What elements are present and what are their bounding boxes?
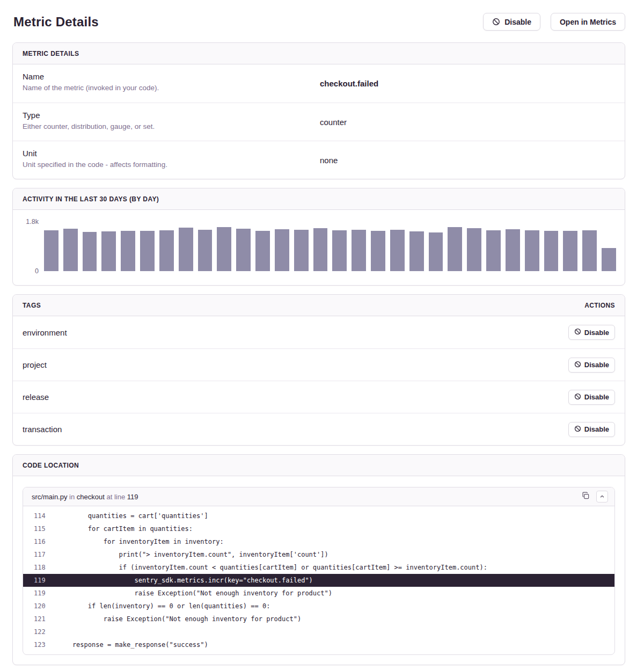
- code-line: 119 sentry_sdk.metrics.incr(key="checkou…: [23, 574, 614, 587]
- open-in-metrics-label: Open in Metrics: [560, 18, 616, 26]
- chart-y-axis: 1.8k 0: [13, 222, 44, 271]
- code-frame: src/main.py in checkout at line 119: [23, 487, 615, 655]
- code-line: 117 print("> inventoryItem.count", inven…: [23, 548, 614, 561]
- tag-name: environment: [23, 328, 67, 337]
- detail-description: Either counter, distribution, gauge, or …: [23, 122, 309, 130]
- disable-button-label: Disable: [504, 18, 531, 26]
- tag-row: transaction Disable: [13, 413, 625, 445]
- code-line-source: if len(inventory) == 0 or len(quantities…: [57, 602, 270, 610]
- disable-tag-label: Disable: [584, 329, 609, 337]
- activity-bar: [217, 227, 231, 271]
- code-line: 122: [23, 625, 614, 638]
- detail-label: Type: [23, 111, 309, 120]
- activity-bar: [506, 229, 520, 271]
- code-line: 119 raise Exception("Not enough inventor…: [23, 587, 614, 600]
- activity-bar: [525, 230, 539, 271]
- code-line-gutter-number: 115: [23, 525, 57, 533]
- tags-panel-title: TAGS: [23, 302, 41, 309]
- activity-bar: [179, 228, 193, 271]
- code-line-source: sentry_sdk.metrics.incr(key="checkout.fa…: [57, 577, 313, 584]
- activity-bar: [602, 248, 616, 271]
- activity-bar: [159, 230, 174, 271]
- activity-bar: [83, 232, 97, 271]
- code-line-source: for cartItem in quantities:: [57, 525, 193, 533]
- code-path: src/main.py in checkout at line 119: [32, 493, 138, 501]
- activity-panel: ACTIVITY IN THE LAST 30 DAYS (BY DAY) 1.…: [12, 188, 625, 286]
- disable-tag-label: Disable: [584, 393, 609, 401]
- activity-bar: [429, 232, 443, 271]
- code-line-gutter-number: 118: [23, 564, 57, 571]
- tag-name: release: [23, 392, 49, 402]
- open-in-metrics-button[interactable]: Open in Metrics: [551, 13, 625, 31]
- activity-bar: [255, 231, 270, 271]
- metric-detail-row: Type Either counter, distribution, gauge…: [13, 103, 625, 141]
- code-line-source: print("> inventoryItem.count", inventory…: [57, 551, 328, 558]
- code-line-source: quantities = cart['quantities']: [57, 512, 208, 520]
- y-axis-max-label: 1.8k: [26, 218, 39, 225]
- copy-code-button[interactable]: [579, 490, 592, 503]
- tags-panel: TAGS ACTIONS environment Disable: [12, 294, 625, 446]
- code-line-source: for inventoryItem in inventory:: [57, 538, 224, 545]
- activity-bar: [544, 231, 559, 271]
- tag-name: transaction: [23, 425, 62, 434]
- activity-bar: [486, 230, 501, 271]
- tag-row: release Disable: [13, 381, 625, 413]
- ban-icon: [574, 361, 581, 369]
- ban-icon: [574, 425, 581, 434]
- code-line: 114 quantities = cart['quantities']: [23, 509, 614, 522]
- code-line: 118 if (inventoryItem.count < quantities…: [23, 561, 614, 574]
- activity-bar: [236, 229, 251, 271]
- code-line: 115 for cartItem in quantities:: [23, 522, 614, 535]
- collapse-code-button[interactable]: [596, 491, 608, 502]
- detail-description: Unit specified in the code - affects for…: [23, 161, 309, 169]
- disable-tag-button[interactable]: Disable: [568, 390, 615, 405]
- disable-metric-button[interactable]: Disable: [483, 13, 540, 31]
- activity-bar: [44, 230, 58, 271]
- metric-detail-row: Unit Unit specified in the code - affect…: [13, 141, 625, 179]
- detail-value: checkout.failed: [320, 79, 378, 88]
- code-line-gutter-number: 123: [23, 641, 57, 649]
- disable-tag-button[interactable]: Disable: [568, 325, 615, 340]
- code-location-panel: CODE LOCATION src/main.py in checkout at…: [12, 454, 625, 665]
- code-frame-header: src/main.py in checkout at line 119: [23, 487, 614, 506]
- activity-bar: [582, 230, 597, 271]
- code-line-source: if (inventoryItem.count < quantities[car…: [57, 564, 487, 571]
- code-file-name: src/main.py: [32, 493, 67, 501]
- tag-name: project: [23, 360, 47, 369]
- code-location-panel-title: CODE LOCATION: [23, 462, 79, 469]
- code-line-source: response = make_response("success"): [57, 641, 208, 649]
- code-line-gutter-number: 116: [23, 538, 57, 545]
- detail-label: Unit: [23, 149, 309, 158]
- code-line: 123 response = make_response("success"): [23, 638, 614, 651]
- code-function-name: checkout: [77, 493, 105, 501]
- metric-details-panel: METRIC DETAILS Name Name of the metric (…: [12, 42, 625, 179]
- detail-value: none: [320, 156, 338, 165]
- disable-tag-label: Disable: [584, 361, 609, 369]
- tag-row: project Disable: [13, 348, 625, 381]
- code-line-number: 119: [127, 493, 138, 501]
- tag-rows: environment Disable project: [13, 316, 625, 445]
- code-line-gutter-number: 119: [23, 589, 57, 597]
- activity-bar: [448, 227, 462, 271]
- page-title: Metric Details: [13, 14, 99, 30]
- code-line-gutter-number: 122: [23, 628, 57, 636]
- disable-tag-button[interactable]: Disable: [568, 422, 615, 437]
- ban-icon: [492, 18, 500, 26]
- activity-bar: [313, 228, 328, 271]
- metric-detail-row: Name Name of the metric (invoked in your…: [13, 64, 625, 103]
- ban-icon: [574, 393, 581, 402]
- disable-tag-button[interactable]: Disable: [568, 358, 615, 373]
- activity-bar: [332, 230, 347, 271]
- activity-bar: [140, 231, 155, 271]
- tags-actions-header: ACTIONS: [584, 302, 615, 309]
- activity-bar: [390, 230, 405, 271]
- activity-bar: [275, 229, 289, 271]
- chevron-up-icon: [599, 493, 605, 501]
- disable-tag-label: Disable: [584, 425, 609, 433]
- code-line-gutter-number: 119: [23, 577, 57, 584]
- code-line: 116 for inventoryItem in inventory:: [23, 535, 614, 548]
- tag-row: environment Disable: [13, 316, 625, 348]
- activity-bar: [294, 230, 309, 271]
- activity-bar: [198, 230, 213, 271]
- detail-description: Name of the metric (invoked in your code…: [23, 84, 309, 92]
